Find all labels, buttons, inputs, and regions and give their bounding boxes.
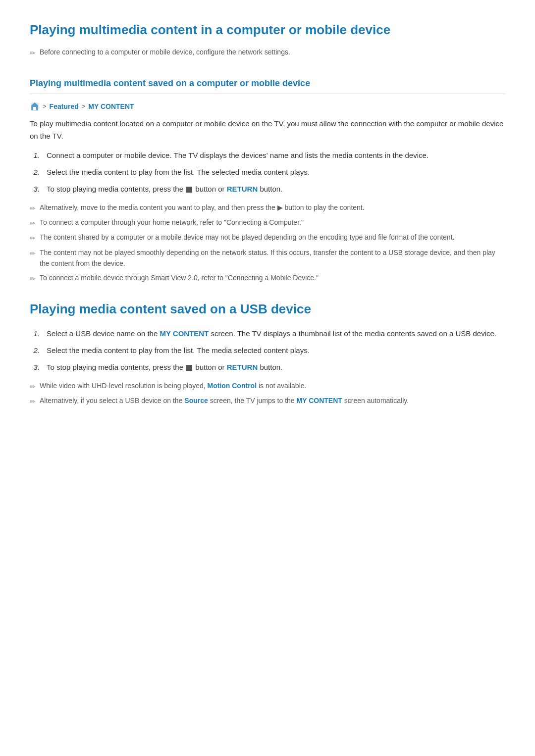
source-highlight: Source	[184, 397, 208, 404]
step-number: 3.	[30, 183, 40, 195]
page-title: Playing multimedia content in a computer…	[30, 20, 505, 41]
step-text: Connect a computer or mobile device. The…	[47, 150, 428, 161]
step-text: Select the media content to play from th…	[47, 166, 310, 178]
note1: ✏ Alternatively, move to the media conte…	[30, 202, 505, 214]
note-text: Alternatively, if you select a USB devic…	[40, 395, 409, 406]
motion-control-highlight: Motion Control	[208, 382, 257, 390]
pencil-icon: ✏	[30, 233, 36, 244]
step-number: 2.	[30, 166, 40, 178]
pencil-icon: ✏	[30, 218, 36, 229]
chevron2-icon: >	[82, 101, 86, 112]
breadcrumb: > Featured > MY CONTENT	[30, 101, 505, 112]
section2-step1: 1. Select a USB device name on the MY CO…	[30, 328, 505, 340]
section2-note1: ✏ While video with UHD-level resolution …	[30, 380, 505, 392]
step-number: 3.	[30, 361, 40, 373]
stop-button-icon	[186, 365, 192, 371]
home-icon	[30, 101, 40, 111]
section1-intro: To play multimedia content located on a …	[30, 118, 505, 143]
note-text: To connect a computer through your home …	[40, 217, 304, 228]
note-text: To connect a mobile device through Smart…	[40, 272, 319, 283]
pencil-icon: ✏	[30, 381, 36, 392]
note-text: The content shared by a computer or a mo…	[40, 232, 454, 243]
step-text: To stop playing media contents, press th…	[47, 183, 282, 195]
note-text: Alternatively, move to the media content…	[40, 202, 365, 213]
note3: ✏ The content shared by a computer or a …	[30, 232, 505, 244]
intro-note-text: Before connecting to a computer or mobil…	[40, 47, 290, 57]
breadcrumb-mycontent[interactable]: MY CONTENT	[88, 101, 134, 112]
pencil-icon: ✏	[30, 248, 36, 259]
step-text: Select the media content to play from th…	[47, 345, 310, 356]
mycontent-highlight: MY CONTENT	[160, 329, 209, 338]
section1-notes: ✏ Alternatively, move to the media conte…	[30, 202, 505, 284]
section2-title: Playing media content saved on a USB dev…	[30, 299, 505, 320]
note-text: The content may not be played smoothly d…	[40, 247, 505, 269]
note2: ✏ To connect a computer through your hom…	[30, 217, 505, 229]
breadcrumb-featured[interactable]: Featured	[50, 101, 79, 112]
section2-note2: ✏ Alternatively, if you select a USB dev…	[30, 395, 505, 407]
section2-step2: 2. Select the media content to play from…	[30, 345, 505, 356]
section1-title: Playing multimedia content saved on a co…	[30, 76, 505, 94]
note5: ✏ To connect a mobile device through Sma…	[30, 272, 505, 284]
pencil-icon: ✏	[30, 48, 36, 58]
section1-step3: 3. To stop playing media contents, press…	[30, 183, 505, 195]
step-number: 2.	[30, 345, 40, 356]
intro-note-line: ✏ Before connecting to a computer or mob…	[30, 47, 505, 58]
section1-step1: 1. Connect a computer or mobile device. …	[30, 150, 505, 161]
step-text: To stop playing media contents, press th…	[47, 361, 282, 373]
step-text: Select a USB device name on the MY CONTE…	[47, 328, 496, 340]
step-number: 1.	[30, 150, 40, 161]
pencil-icon: ✏	[30, 203, 36, 214]
pencil-icon: ✏	[30, 273, 36, 284]
stop-button-icon	[186, 187, 192, 193]
note-text: While video with UHD-level resolution is…	[40, 380, 306, 391]
section2-notes: ✏ While video with UHD-level resolution …	[30, 380, 505, 407]
chevron1-icon: >	[43, 101, 47, 112]
section2-step3: 3. To stop playing media contents, press…	[30, 361, 505, 373]
step-number: 1.	[30, 328, 40, 340]
section1-steps: 1. Connect a computer or mobile device. …	[30, 150, 505, 195]
svg-rect-1	[33, 107, 36, 110]
section2-steps: 1. Select a USB device name on the MY CO…	[30, 328, 505, 373]
return-highlight: RETURN	[227, 185, 258, 193]
mycontent2-highlight: MY CONTENT	[297, 397, 342, 404]
return-highlight: RETURN	[227, 363, 258, 371]
note4: ✏ The content may not be played smoothly…	[30, 247, 505, 269]
section1-step2: 2. Select the media content to play from…	[30, 166, 505, 178]
pencil-icon: ✏	[30, 396, 36, 407]
